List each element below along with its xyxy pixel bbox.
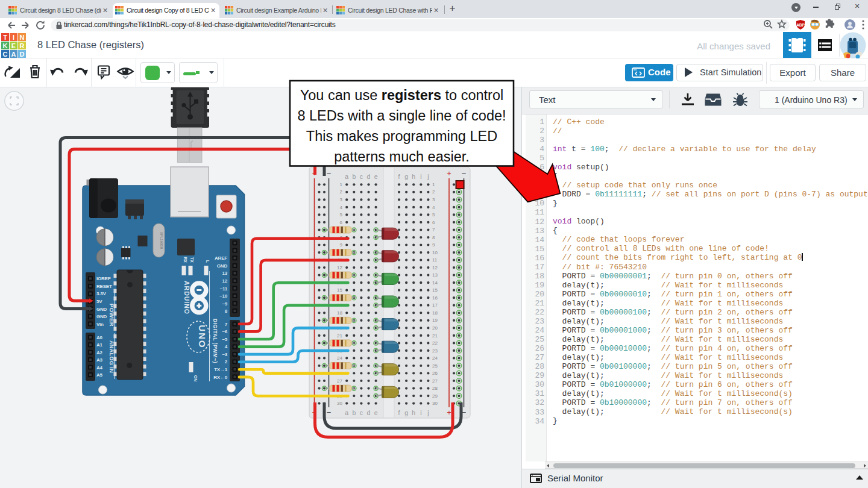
svg-text:You can use registers to contr: You can use registers to control [300, 87, 504, 103]
svg-text:8 LEDs with a single line of c: 8 LEDs with a single line of code! [297, 108, 506, 124]
svg-text:This makes programming LED: This makes programming LED [306, 128, 497, 144]
svg-text:patterns much easier.: patterns much easier. [334, 149, 470, 164]
